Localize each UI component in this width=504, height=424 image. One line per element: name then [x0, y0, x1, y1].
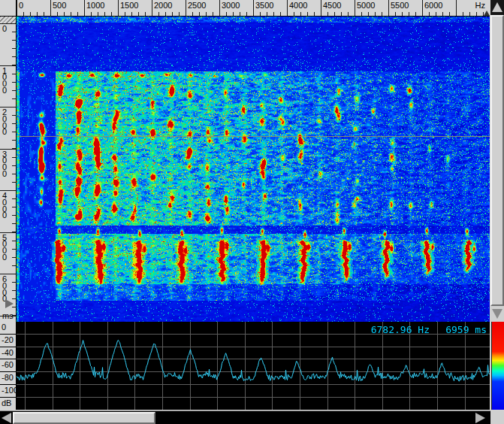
freq-unit-label: Hz — [475, 2, 485, 10]
up-arrow-icon — [492, 2, 502, 12]
db-tick-label: -40 — [0, 347, 16, 360]
freq-tick-label: 2500 — [188, 2, 206, 10]
time-tick-digit: 0 — [2, 171, 7, 177]
scrollbar-corner — [490, 410, 504, 424]
freq-minor-ticks — [17, 12, 490, 16]
time-ruler[interactable]: 0100020003000400050006000ms — [0, 17, 17, 322]
time-tick-label: 3000 — [2, 151, 7, 177]
playback-position-marker-icon — [5, 299, 14, 308]
intensity-colorbar — [491, 322, 504, 410]
db-tick-label: -80 — [0, 372, 16, 385]
frequency-ruler[interactable]: 0500100015002000250030003500400045005000… — [17, 0, 490, 17]
time-tick-label: 6000 — [2, 276, 7, 302]
freq-tick-label: 5500 — [391, 2, 409, 10]
freq-tick-label: 3500 — [255, 2, 273, 10]
horizontal-scrollbar[interactable] — [0, 410, 490, 424]
vertical-scroll-thumb[interactable] — [490, 15, 504, 306]
ruler-hatch-pattern — [0, 17, 16, 23]
time-unit-label: ms — [2, 312, 14, 320]
time-tick-label: 0 — [2, 26, 7, 32]
freq-tick-label: 3000 — [222, 2, 240, 10]
down-arrow-icon — [492, 309, 502, 319]
freq-cursor-marker-icon — [484, 11, 490, 16]
horizontal-scroll-thumb[interactable] — [13, 412, 155, 424]
time-tick-label: 4000 — [2, 192, 7, 219]
spectrogram-view[interactable] — [17, 17, 490, 322]
db-unit-label: dB — [0, 398, 16, 410]
db-tick-label: -100 — [0, 385, 16, 398]
scroll-right-button[interactable] — [475, 412, 487, 424]
freq-tick-label: 2000 — [154, 2, 172, 10]
db-axis-gutter: 0-20-40-60-80-100dB — [0, 322, 17, 410]
freq-tick-label: 1500 — [120, 2, 138, 10]
freq-tick-label: 500 — [53, 2, 66, 10]
spectrogram-canvas[interactable] — [17, 17, 490, 322]
scroll-up-button[interactable] — [490, 0, 504, 15]
spectrum-plot[interactable]: 6782.96 Hz 6959 ms — [17, 322, 490, 410]
time-tick-digit: 0 — [2, 87, 7, 94]
db-tick-label: 0 — [0, 322, 16, 335]
freq-tick-label: 0 — [19, 2, 23, 10]
freq-tick-label: 1000 — [86, 2, 104, 10]
time-tick-label: 5000 — [2, 235, 7, 261]
vertical-scrollbar[interactable] — [490, 0, 504, 322]
time-tick-digit: 0 — [2, 254, 7, 261]
freq-tick-label: 4500 — [323, 2, 341, 10]
time-minor-ticks — [12, 23, 16, 322]
db-tick-label: -20 — [0, 335, 16, 347]
freq-tick-label: 5000 — [357, 2, 375, 10]
freq-tick-label: 4000 — [289, 2, 307, 10]
db-tick-label: -60 — [0, 359, 16, 372]
right-arrow-icon — [475, 413, 485, 423]
left-arrow-icon — [2, 413, 11, 423]
time-tick-digit: 0 — [2, 212, 7, 219]
time-tick-digit: 0 — [2, 26, 7, 32]
frequency-readout: 6782.96 Hz — [371, 324, 430, 335]
scroll-down-button[interactable] — [490, 306, 504, 322]
time-tick-label: 2000 — [2, 109, 7, 135]
app-window: 0500100015002000250030003500400045005000… — [0, 0, 504, 424]
time-tick-digit: 0 — [2, 129, 7, 135]
freq-tick-label: 6000 — [424, 2, 442, 10]
time-readout: 6959 ms — [445, 324, 487, 335]
scroll-left-button[interactable] — [1, 412, 13, 424]
ruler-corner — [0, 0, 17, 17]
time-tick-label: 1000 — [2, 68, 7, 94]
